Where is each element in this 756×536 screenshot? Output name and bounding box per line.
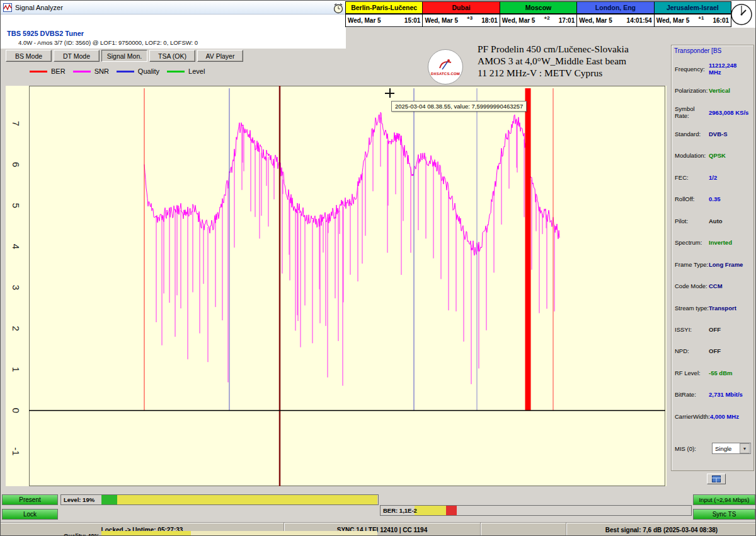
tab-label: AV Player [206, 52, 235, 60]
transponder-row: Stream type:Transport [672, 297, 753, 318]
transponder-row-value: OFF [709, 326, 750, 333]
legend-label: Quality [138, 67, 159, 75]
clock-time-jerusalem: Wed, Mar 5+116:01 [654, 14, 731, 27]
transponder-row-label: CarrierWidth: [675, 413, 710, 420]
transponder-row-label: Stream type: [675, 305, 709, 312]
tab-label: DT Mode [63, 52, 90, 60]
transponder-row-value: OFF [709, 347, 750, 354]
signal-monitor-chart[interactable]: 76543210-1 2025-03-04 08.38.55, value: 7… [6, 86, 667, 486]
transponder-row-value: Auto [709, 218, 750, 224]
clock-city-label: Jerusalem-Israel [667, 4, 719, 11]
legend-label: SNR [94, 67, 109, 75]
clock-header-jerusalem: Jerusalem-Israel [654, 1, 731, 14]
mis-label: MIS (0): [675, 445, 696, 452]
y-axis-label: -1 [11, 447, 21, 455]
transponder-row-value: DVB-S [709, 131, 750, 137]
clock-time: 14:01:54 [627, 17, 652, 24]
clock-city-label: London, Eng [595, 4, 636, 11]
transponder-row-value: 2,731 Mbit/s [709, 391, 750, 398]
clock-date: Wed, Mar 5 [502, 17, 536, 24]
transponder-panel-title: Transponder [BS [672, 45, 753, 54]
sync-ts-indicator: Sync TS [693, 509, 755, 520]
ber-meter: BER: 1,1E-2 [380, 505, 692, 516]
mode-tabs: BS Mode DT Mode Signal Mon. TSA (OK) AV … [6, 50, 243, 62]
chart-tooltip: 2025-03-04 08.38.55, value: 7,5999999046… [391, 101, 527, 112]
annotation-line-2: AMOS 3 at 4,0°W_Middle East beam [478, 55, 667, 67]
transponder-rows: Frequency:11212,248 MHzPolarization:Vert… [672, 58, 753, 427]
tuner-title: TBS 5925 DVBS2 Tuner [7, 30, 84, 37]
transponder-row-label: RollOff: [675, 195, 709, 202]
transponder-row: FEC:1/2 [672, 166, 753, 188]
quality-meter-yellow-segment [101, 531, 191, 536]
tab-signal-mon[interactable]: Signal Mon. [101, 50, 147, 62]
transponder-row-label: Standard: [675, 131, 709, 137]
mis-select[interactable]: Single ▼ [712, 443, 751, 454]
transponder-row-label: ISSYI: [675, 326, 709, 333]
transponder-row-label: NPD: [675, 347, 709, 354]
transponder-row: BitRate:2,731 Mbit/s [672, 384, 753, 405]
clock-offset: +1 [698, 15, 704, 21]
level-meter-yellow-segment [117, 495, 377, 504]
transponder-row-label: Frame Type: [675, 261, 709, 268]
clock-time-dubai: Wed, Mar 5+318:01 [422, 14, 500, 27]
clock-offset: +3 [467, 15, 472, 21]
annotation-text: PF Prodelin 450 cm/Lučenec-Slovakia AMOS… [478, 43, 667, 79]
transponder-row: NPD:OFF [672, 341, 753, 362]
transponder-row-label: Spectrum: [675, 239, 709, 246]
tab-bs-mode[interactable]: BS Mode [6, 50, 52, 62]
clock-time-moscow: Wed, Mar 5+217:01 [500, 14, 577, 27]
transponder-row: RollOff:0.35 [672, 189, 753, 210]
present-label: Present [19, 496, 40, 503]
transponder-row: RF Level:-55 dBm [672, 362, 753, 383]
transponder-row-value: 11212,248 MHz [709, 62, 750, 76]
chart-legend: BER SNR Quality Level [30, 67, 205, 75]
ber-line-swatch [30, 71, 47, 73]
transponder-panel: Transponder [BS Frequency:11212,248 MHzP… [671, 45, 754, 471]
tab-label: BS Mode [15, 52, 42, 60]
tab-tsa[interactable]: TSA (OK) [149, 50, 195, 62]
level-line-swatch [167, 71, 185, 73]
transponder-row: Pilot:Auto [672, 210, 753, 231]
quality-meter-pale-segment [191, 531, 377, 536]
best-signal-text: Best signal: 7,6 dB (2025-03-04 08:38) [605, 527, 718, 533]
clock-time: 18:01 [481, 17, 498, 24]
transponder-row: Modulation:QPSK [672, 145, 753, 166]
sync-ts-label: Sync TS [713, 511, 736, 518]
legend-label: BER [51, 67, 66, 75]
legend-label: Level [188, 67, 205, 75]
dxsatcs-logo: DXSATCS.COM [428, 49, 463, 84]
alarm-clock-icon [333, 3, 344, 14]
transponder-row-value: QPSK [709, 152, 750, 159]
legend-item-level: Level [167, 67, 205, 75]
transponder-row: Standard:DVB-S [672, 123, 753, 144]
tab-av-player[interactable]: AV Player [197, 50, 243, 62]
lock-label: Lock [23, 511, 37, 518]
plot-border [30, 86, 665, 486]
y-axis-label: 2 [11, 326, 21, 331]
transponder-row-label: Symbol Rate: [675, 105, 709, 119]
clock-time-berlin: Wed, Mar 515:01 [345, 14, 423, 27]
mis-selected-value: Single [715, 445, 731, 452]
transponder-row-label: FEC: [675, 174, 709, 181]
window-title: Signal Analyzer [15, 4, 63, 11]
y-axis-label: 3 [11, 285, 21, 290]
chart-svg: 76543210-1 [6, 86, 667, 486]
transponder-row-label: Frequency: [675, 66, 709, 73]
y-axis-label: 6 [11, 162, 21, 167]
transponder-row-value: 4,000 MHz [710, 413, 750, 420]
snr-line-swatch [73, 71, 91, 73]
annotation-line-1: PF Prodelin 450 cm/Lučenec-Slovakia [478, 43, 667, 55]
y-axis-label: 1 [11, 367, 21, 372]
clock-header-london: London, Eng [576, 1, 654, 14]
tuner-subtitle: 4.0W - Amos 3/7 (ID: 3560) @ LOF1: 97500… [18, 39, 198, 46]
transponder-row-value: CCM [709, 283, 750, 289]
statusbar-spacer [481, 523, 566, 536]
ber-meter-red-segment [446, 506, 457, 515]
tab-dt-mode[interactable]: DT Mode [54, 50, 100, 62]
transponder-row: Symbol Rate:2963,008 KS/s [672, 102, 753, 123]
transponder-row-label: Polarization: [675, 87, 709, 94]
transponder-row-value: Transport [709, 305, 750, 312]
transponder-tool-button[interactable] [707, 474, 726, 484]
legend-item-ber: BER [30, 67, 66, 75]
clock-time-london: Wed, Mar 514:01:54 [576, 14, 654, 27]
